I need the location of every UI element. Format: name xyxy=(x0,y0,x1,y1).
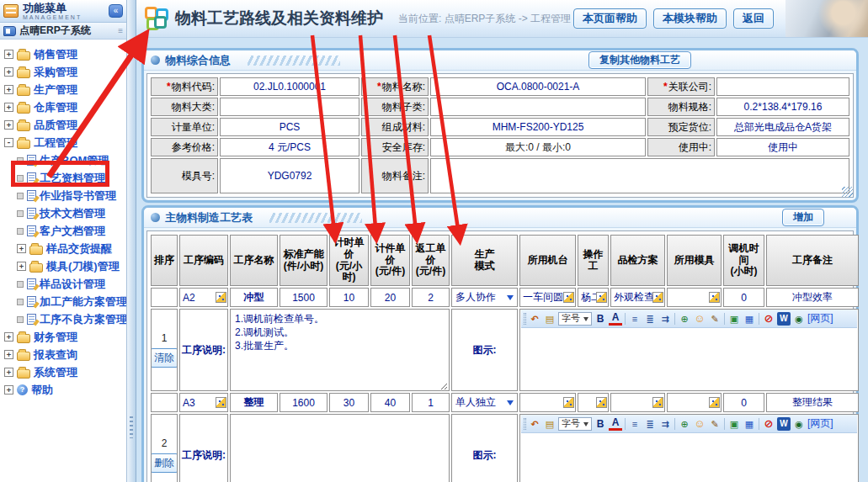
mold-number-field[interactable]: YDG0792 xyxy=(220,158,359,193)
picker-icon[interactable] xyxy=(652,397,663,408)
sidebar-item-work-instruction[interactable]: 作业指导书管理 xyxy=(0,187,126,204)
sidebar-item-purchase[interactable]: 采购管理 xyxy=(0,63,126,81)
emoticon-icon[interactable]: ☺ xyxy=(693,417,706,431)
hourly-price-cell[interactable]: 30 xyxy=(329,393,369,412)
indent-icon[interactable]: ⇉ xyxy=(658,417,672,431)
sidebar-item-finance[interactable]: 财务管理 xyxy=(0,328,126,346)
sidebar-item-sales[interactable]: 销售管理 xyxy=(0,45,126,63)
editor-content-area[interactable] xyxy=(521,433,857,482)
edit-html-icon[interactable]: ✎ xyxy=(708,417,722,431)
save-image-icon[interactable]: ▦ xyxy=(743,312,756,326)
webpage-link[interactable]: [网页] xyxy=(807,416,833,431)
sidebar-item-system[interactable]: 系统管理 xyxy=(0,363,126,381)
splitter-grip[interactable] xyxy=(130,416,133,438)
sidebar-item-customer-doc[interactable]: 客户文档管理 xyxy=(0,222,126,240)
list-icon[interactable]: ≣ xyxy=(643,417,657,431)
collapse-sidebar-button[interactable]: « xyxy=(109,4,123,18)
remark-cell[interactable]: 冲型效率 xyxy=(766,288,859,307)
font-color-icon[interactable]: A xyxy=(609,312,622,326)
undo-icon[interactable]: ↶ xyxy=(528,417,541,431)
capacity-cell[interactable]: 1600 xyxy=(280,393,327,412)
word-import-icon[interactable]: W xyxy=(777,417,791,431)
sidebar-item-bom[interactable]: 生产BOM管理 xyxy=(0,151,126,169)
composition-field[interactable]: MHM-FS200-YD125 xyxy=(430,118,646,136)
unit-field[interactable]: PCS xyxy=(220,118,359,136)
list-icon[interactable]: ≣ xyxy=(643,312,657,326)
qc-plan-cell[interactable]: 外观检查项 xyxy=(610,288,665,307)
remove-format-icon[interactable]: ⊘ xyxy=(762,312,775,326)
mold-cell[interactable] xyxy=(667,393,722,412)
align-icon[interactable]: ≡ xyxy=(628,417,642,431)
expand-icon[interactable] xyxy=(4,332,13,342)
expand-icon[interactable] xyxy=(4,368,13,377)
setup-time-cell[interactable]: 0 xyxy=(723,393,764,412)
process-code-cell[interactable]: A3 xyxy=(179,393,228,412)
panel-resize-grip[interactable] xyxy=(842,187,853,198)
sidebar-item-sample-design[interactable]: 样品设计管理 xyxy=(0,275,126,293)
picker-icon[interactable] xyxy=(563,397,574,408)
insert-image-icon[interactable]: ▣ xyxy=(727,417,741,431)
rework-price-cell[interactable]: 1 xyxy=(412,393,450,412)
material-category-field[interactable] xyxy=(220,98,359,116)
add-process-button[interactable]: 增加 xyxy=(782,209,824,226)
paste-icon[interactable]: ▤ xyxy=(543,417,556,431)
picker-icon[interactable] xyxy=(216,292,226,303)
sidebar-item-quality[interactable]: 品质管理 xyxy=(0,116,126,134)
material-subcategory-field[interactable] xyxy=(430,98,646,116)
piece-price-cell[interactable]: 20 xyxy=(370,288,410,307)
storage-location-field[interactable]: 总部光电成品仓A货架 xyxy=(716,118,849,136)
word-import-icon[interactable]: W xyxy=(777,312,791,326)
expand-icon[interactable] xyxy=(4,103,13,112)
mode-select[interactable]: 单人独立 xyxy=(451,393,518,412)
delete-row-button[interactable]: 删除 xyxy=(151,453,178,473)
process-name-cell[interactable]: 冲型 xyxy=(230,288,278,307)
picker-icon[interactable] xyxy=(709,397,720,408)
copy-process-button[interactable]: 复制其他物料工艺 xyxy=(588,51,691,69)
save-image-icon[interactable]: ▦ xyxy=(743,417,756,431)
related-company-field[interactable] xyxy=(716,77,849,96)
capacity-cell[interactable]: 1500 xyxy=(280,288,327,307)
mode-select[interactable]: 多人协作 xyxy=(451,288,518,307)
picker-icon[interactable] xyxy=(563,292,574,303)
align-icon[interactable]: ≡ xyxy=(628,312,642,326)
toolbar-grip[interactable] xyxy=(524,418,526,430)
preview-eye-icon[interactable]: ◉ xyxy=(792,417,806,431)
toolbar-grip[interactable] xyxy=(524,313,526,325)
picker-icon[interactable] xyxy=(596,397,607,408)
sidebar-item-reports[interactable]: 报表查询 xyxy=(0,346,126,363)
sidebar-item-help[interactable]: 帮助 xyxy=(0,381,126,399)
sidebar-item-process-data[interactable]: 工艺资料管理 xyxy=(0,169,126,187)
expand-icon[interactable] xyxy=(4,350,13,359)
safety-stock-field[interactable]: 最大:0 / 最小:0 xyxy=(430,138,646,156)
edit-html-icon[interactable]: ✎ xyxy=(708,312,722,326)
sidebar-item-sample-delivery[interactable]: 样品交货提醒 xyxy=(0,240,126,257)
picker-icon[interactable] xyxy=(652,292,663,303)
picker-icon[interactable] xyxy=(596,292,607,303)
qc-plan-cell[interactable] xyxy=(610,393,665,412)
picker-icon[interactable] xyxy=(216,397,226,408)
bold-icon[interactable]: B xyxy=(594,417,607,431)
sidebar-item-warehouse[interactable]: 仓库管理 xyxy=(0,98,126,116)
piece-price-cell[interactable]: 40 xyxy=(370,393,410,412)
machine-cell[interactable] xyxy=(519,393,576,412)
remove-format-icon[interactable]: ⊘ xyxy=(762,417,775,431)
hyperlink-globe-icon[interactable]: ⊕ xyxy=(678,312,691,326)
sidebar-item-tech-doc[interactable]: 技术文档管理 xyxy=(0,204,126,222)
material-remark-field[interactable] xyxy=(430,158,849,193)
hyperlink-globe-icon[interactable]: ⊕ xyxy=(678,417,691,431)
back-button[interactable]: 返回 xyxy=(733,8,774,29)
process-desc-textarea[interactable]: 1.调机前检查单号。 2.调机测试。 3.批量生产。 xyxy=(232,310,448,390)
expand-icon[interactable] xyxy=(17,244,26,253)
setup-time-cell[interactable]: 0 xyxy=(723,288,764,307)
mold-cell[interactable] xyxy=(667,288,722,307)
material-spec-field[interactable]: 0.2*138.4*179.16 xyxy=(716,98,849,116)
editor-content-area[interactable] xyxy=(521,328,857,390)
sidebar-item-defect-plan[interactable]: 工序不良方案管理 xyxy=(0,310,126,328)
pin-icon[interactable]: ≡ xyxy=(118,26,123,35)
sidebar-splitter[interactable] xyxy=(126,0,136,482)
expand-icon[interactable] xyxy=(17,262,26,271)
undo-icon[interactable]: ↶ xyxy=(528,312,541,326)
font-size-select[interactable]: 字号 xyxy=(558,417,592,431)
clear-row-button[interactable]: 清除 xyxy=(151,348,178,368)
module-help-button[interactable]: 本模块帮助 xyxy=(653,8,727,29)
